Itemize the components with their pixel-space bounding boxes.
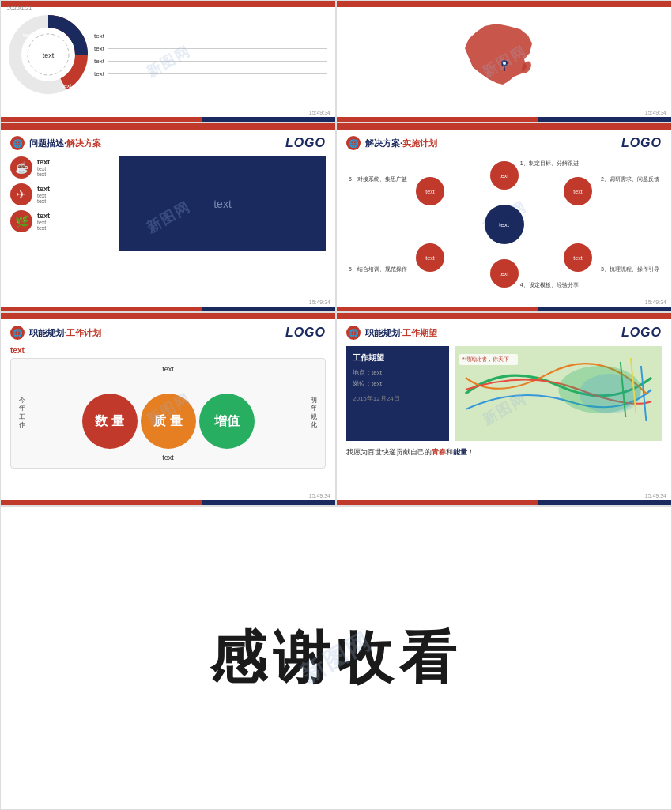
icon-list: ☕ text text text ✈ text text text [10, 156, 113, 251]
round-icon-2: ✈ [10, 183, 32, 205]
icon-sub2b: text [37, 198, 50, 204]
oval-diagram: text 今年工作 数 量 质 量 增值 明年规化 text [10, 358, 326, 469]
svg-text:text: text [23, 32, 32, 38]
icon-label-1: text [37, 158, 50, 166]
bottom-red: 青春 [432, 448, 446, 456]
timestamp-4: 15:49:34 [645, 300, 666, 305]
slide4-title: 解决方案·实施计划 [365, 138, 437, 149]
slide3-body: ☕ text text text ✈ text text text [1, 153, 335, 258]
icon-text-3: text text text [37, 212, 50, 231]
globe-icon-5: 🌐 [10, 326, 25, 340]
bottom-text1: 我愿为百世快递贡献自己的 [346, 448, 432, 456]
globe-icon-3: 🌐 [10, 136, 25, 150]
timestamp-3: 15:49:34 [309, 300, 330, 305]
icon-label-3: text [37, 212, 50, 220]
left-card: 工作期望 地点：text 岗位：text 2015年12月24日 [346, 346, 449, 441]
bottom-blue: 能量 [453, 448, 467, 456]
icon-item-1: ☕ text text text [10, 156, 113, 179]
oval-red: 数 量 [82, 394, 138, 449]
timestamp-6: 15:49:34 [645, 493, 666, 499]
center-circle: text [485, 205, 524, 244]
slide-6: 🌐 职能规划·工作期望 LOGO 工作期望 地点：text 岗位：text 20… [336, 312, 672, 506]
date-tag: 2020/1/21 [7, 6, 32, 11]
ovals-row: 数 量 质 量 增值 [82, 394, 255, 449]
slide-bottom-bar-2 [337, 117, 671, 122]
oval-orange: 质 量 [141, 394, 196, 449]
slide-2: 新图网 15:49:34 [336, 0, 672, 122]
label-1: text [94, 32, 104, 40]
title4-highlight: 实施计划 [402, 138, 437, 148]
icon-text-2: text text text [37, 185, 50, 204]
slide1-content: text text text text text text [1, 7, 335, 102]
title-group-5: 🌐 职能规划·工作计划 [10, 326, 101, 340]
timestamp-5: 15:49:34 [309, 493, 330, 499]
slide-bottom-bar-4 [337, 307, 671, 311]
title-group-6: 🌐 职能规划·工作期望 [346, 326, 437, 340]
slide5-title: 职能规划·工作计划 [29, 327, 101, 339]
work-plan-body: text text 今年工作 数 量 质 量 增值 明年规化 text [1, 343, 335, 472]
thank-you-text: 感谢收看 [210, 620, 462, 696]
petal-bottom: text [490, 259, 519, 288]
expectation-body: 工作期望 地点：text 岗位：text 2015年12月24日 [337, 343, 671, 444]
slide-bottom-bar-3 [1, 307, 335, 311]
right-card: *得阅此者，你天下！ [455, 346, 662, 441]
petal-bottomleft: text [416, 243, 444, 272]
quote-text: *得阅此者，你天下！ [459, 354, 518, 365]
step6: 6、对接系统、集思广益 [349, 175, 407, 183]
petal-bottomright: text [564, 243, 592, 272]
svg-point-10 [503, 62, 506, 65]
red-text: text [10, 346, 326, 355]
oval-top: text [162, 365, 174, 373]
icon-sub2a: text [37, 193, 50, 198]
icon-sub3b: text [37, 225, 50, 231]
slide-bottom-bar-6 [337, 500, 671, 505]
slide-7: 感谢收看 新图网 [0, 506, 672, 810]
oval-bottom: text [162, 454, 174, 462]
slide3-logo: LOGO [285, 136, 326, 150]
icon-item-2: ✈ text text text [10, 183, 113, 205]
bottom-and: 和 [446, 448, 453, 456]
icon-label-2: text [37, 185, 50, 193]
icon-item-3: 🌿 text text text [10, 210, 113, 232]
title5-normal: 职能规划· [29, 328, 66, 337]
svg-text:text: text [43, 51, 55, 59]
bottom-text: 我愿为百世快递贡献自己的青春和能量！ [337, 444, 671, 461]
icon-text-1: text text text [37, 158, 50, 177]
slide-bottom-bar [1, 117, 335, 122]
label-3: text [94, 58, 104, 65]
solution-diagram: text text text text text text text 1、制定目… [345, 153, 663, 296]
globe-icon-6: 🌐 [346, 326, 361, 340]
slide4-logo: LOGO [621, 136, 662, 150]
icon-sub3a: text [37, 220, 50, 225]
svg-text:text: text [62, 83, 71, 89]
oval-left: 今年工作 [14, 397, 30, 430]
card-position: 岗位：text [353, 379, 443, 388]
slide-bottom-bar-5 [1, 500, 335, 505]
slide3-header: 🌐 问题描述·解决方案 LOGO [1, 130, 335, 153]
card-location: 地点：text [353, 368, 443, 377]
icon-sub1a: text [37, 166, 50, 171]
slide-top-bar-5 [1, 313, 335, 319]
slide-5: 🌐 职能规划·工作计划 LOGO text text 今年工作 数 量 质 量 [0, 312, 336, 506]
blue-box: text [119, 156, 326, 251]
step1: 1、制定目标、分解跟进 [520, 160, 579, 168]
slide3-title: 问题描述·解决方案 [29, 138, 101, 149]
petal-topright: text [564, 177, 592, 205]
title6-normal: 职能规划· [365, 328, 402, 337]
oval2-label: 质 量 [153, 413, 182, 430]
card-date: 2015年12月24日 [353, 394, 443, 403]
slide-top-bar-3 [1, 123, 335, 130]
title6-highlight: 工作期望 [402, 328, 437, 337]
title-highlight: 解决方案 [66, 138, 101, 148]
label-4: text [94, 70, 104, 77]
petal-topleft: text [416, 177, 444, 205]
slide-1: 2020/1/21 text text text [0, 0, 336, 122]
title5-highlight: 工作计划 [66, 328, 101, 337]
title-group-4: 🌐 解决方案·实施计划 [346, 136, 437, 150]
svg-point-14 [580, 374, 641, 413]
slide-top-bar-4 [337, 123, 671, 130]
slide6-logo: LOGO [621, 326, 662, 340]
card-title: 工作期望 [353, 352, 443, 364]
oval-green: 增值 [199, 394, 255, 449]
slide-4: 🌐 解决方案·实施计划 LOGO text text text text tex… [336, 122, 672, 312]
